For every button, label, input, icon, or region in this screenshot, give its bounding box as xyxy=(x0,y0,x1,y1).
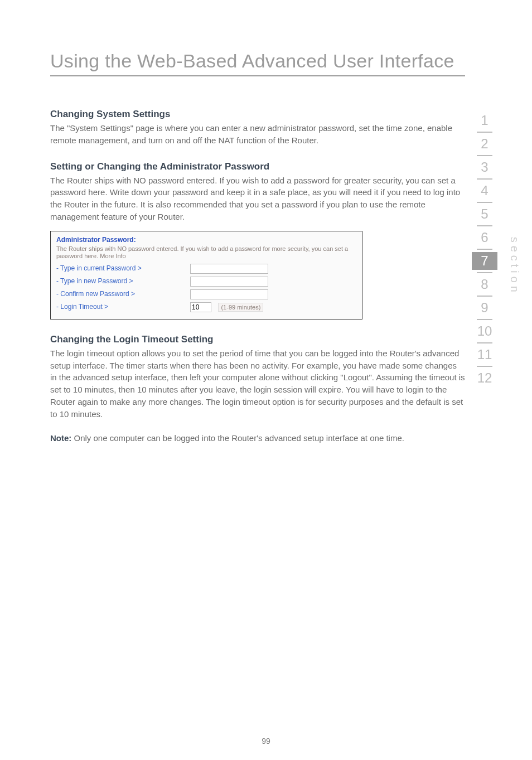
row-login-timeout: - Login Timeout > (1-99 minutes) xyxy=(56,302,356,312)
input-confirm-password[interactable] xyxy=(190,289,268,299)
section-nav-item-11[interactable]: 11 xyxy=(472,346,497,364)
section-nav-item-10[interactable]: 10 xyxy=(472,322,497,340)
section-nav-item-12[interactable]: 12 xyxy=(472,369,497,387)
row-current-password: - Type in current Password > xyxy=(56,263,356,274)
section-nav-item-8[interactable]: 8 xyxy=(472,275,497,293)
body-admin-password: The Router ships with NO password entere… xyxy=(50,175,465,223)
section-nav-item-1[interactable]: 1 xyxy=(472,112,497,129)
section-changing-system: Changing System Settings The "System Set… xyxy=(50,109,465,147)
note-body: Only one computer can be logged into the… xyxy=(71,433,404,443)
section-nav-divider xyxy=(477,249,492,250)
section-nav-item-7[interactable]: 7 xyxy=(472,252,497,270)
section-nav-item-9[interactable]: 9 xyxy=(472,299,497,317)
section-nav-item-5[interactable]: 5 xyxy=(472,205,497,223)
body-changing-system: The "System Settings" page is where you … xyxy=(50,122,465,147)
note-paragraph: Note: Only one computer can be logged in… xyxy=(50,432,465,444)
note-label: Note: xyxy=(50,433,71,443)
body-login-timeout: The login timeout option allows you to s… xyxy=(50,347,465,420)
admin-password-panel: Administrator Password: The Router ships… xyxy=(50,231,362,320)
section-label: section xyxy=(508,237,521,296)
heading-login-timeout: Changing the Login Timeout Setting xyxy=(50,334,465,345)
section-nav-divider xyxy=(477,155,492,156)
input-current-password[interactable] xyxy=(190,264,268,274)
section-nav-divider xyxy=(477,366,492,367)
section-nav-divider xyxy=(477,132,492,133)
panel-desc: The Router ships with NO password entere… xyxy=(56,245,356,260)
section-nav-divider xyxy=(477,178,492,180)
title-rule xyxy=(50,75,465,76)
heading-changing-system: Changing System Settings xyxy=(50,109,465,120)
section-nav: 123456789101112 xyxy=(472,112,497,387)
row-new-password: - Type in new Password > xyxy=(56,276,356,287)
label-login-timeout: - Login Timeout > xyxy=(56,303,190,311)
input-new-password[interactable] xyxy=(190,277,268,287)
label-new-password: - Type in new Password > xyxy=(56,277,190,285)
section-nav-divider xyxy=(477,296,492,297)
section-nav-divider xyxy=(477,202,492,203)
section-login-timeout: Changing the Login Timeout Setting The l… xyxy=(50,334,465,420)
hint-login-timeout: (1-99 minutes) xyxy=(218,303,263,312)
section-nav-item-2[interactable]: 2 xyxy=(472,135,497,153)
label-confirm-password: - Confirm new Password > xyxy=(56,290,190,298)
heading-admin-password: Setting or Changing the Administrator Pa… xyxy=(50,161,465,172)
section-nav-divider xyxy=(477,272,492,273)
section-nav-item-6[interactable]: 6 xyxy=(472,229,497,246)
label-current-password: - Type in current Password > xyxy=(56,264,190,272)
section-nav-item-3[interactable]: 3 xyxy=(472,158,497,176)
row-confirm-password: - Confirm new Password > xyxy=(56,289,356,299)
section-nav-item-4[interactable]: 4 xyxy=(472,182,497,200)
panel-title: Administrator Password: xyxy=(56,236,356,244)
page: Using the Web-Based Advanced User Interf… xyxy=(0,0,532,760)
section-admin-password: Setting or Changing the Administrator Pa… xyxy=(50,161,465,223)
page-number: 99 xyxy=(262,737,270,746)
section-nav-divider xyxy=(477,342,492,343)
input-login-timeout[interactable] xyxy=(190,302,211,312)
page-title: Using the Web-Based Advanced User Interf… xyxy=(50,50,465,72)
section-nav-divider xyxy=(477,225,492,226)
section-nav-divider xyxy=(477,319,492,320)
